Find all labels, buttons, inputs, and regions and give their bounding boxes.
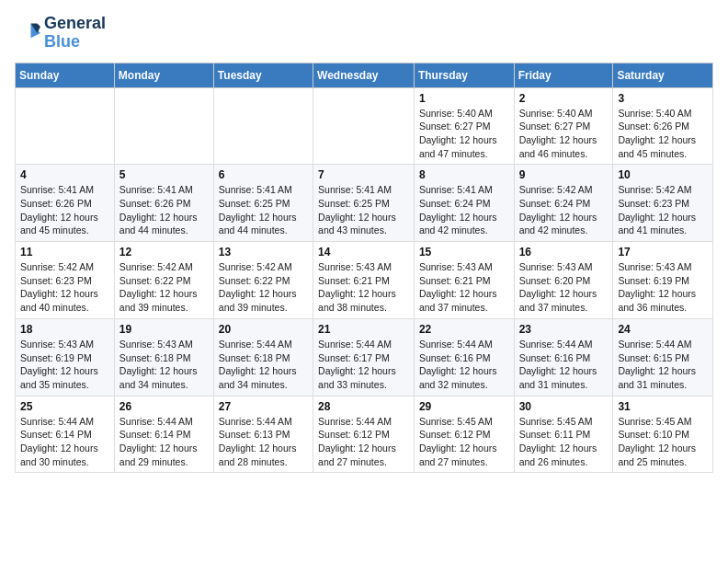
cell-info: Sunrise: 5:41 AM Sunset: 6:26 PM Dayligh… [119,183,209,237]
cell-info: Sunrise: 5:44 AM Sunset: 6:16 PM Dayligh… [419,338,509,392]
cell-info: Sunrise: 5:40 AM Sunset: 6:27 PM Dayligh… [419,107,509,161]
page-header: General Blue [15,15,713,52]
day-number: 21 [318,323,409,336]
day-number: 8 [419,168,509,181]
logo-icon [15,20,40,46]
calendar-cell: 4Sunrise: 5:41 AM Sunset: 6:26 PM Daylig… [16,165,115,242]
logo: General Blue [15,15,106,52]
calendar-cell: 20Sunrise: 5:44 AM Sunset: 6:18 PM Dayli… [213,318,313,396]
cell-info: Sunrise: 5:41 AM Sunset: 6:25 PM Dayligh… [318,183,409,237]
calendar-cell: 30Sunrise: 5:45 AM Sunset: 6:11 PM Dayli… [514,396,613,473]
cell-info: Sunrise: 5:41 AM Sunset: 6:25 PM Dayligh… [219,183,308,237]
calendar-cell: 5Sunrise: 5:41 AM Sunset: 6:26 PM Daylig… [114,165,213,242]
day-number: 14 [318,246,409,259]
day-number: 20 [219,323,308,336]
cell-info: Sunrise: 5:44 AM Sunset: 6:16 PM Dayligh… [519,338,609,392]
calendar-cell: 13Sunrise: 5:42 AM Sunset: 6:22 PM Dayli… [213,242,313,319]
calendar-cell: 14Sunrise: 5:43 AM Sunset: 6:21 PM Dayli… [313,242,415,319]
cell-info: Sunrise: 5:44 AM Sunset: 6:13 PM Dayligh… [219,415,308,469]
calendar-cell: 7Sunrise: 5:41 AM Sunset: 6:25 PM Daylig… [313,165,415,242]
calendar-cell: 24Sunrise: 5:44 AM Sunset: 6:15 PM Dayli… [613,318,713,396]
weekday-header: Tuesday [213,63,313,87]
calendar-cell: 28Sunrise: 5:44 AM Sunset: 6:12 PM Dayli… [313,396,415,473]
cell-info: Sunrise: 5:41 AM Sunset: 6:24 PM Dayligh… [419,183,509,237]
calendar-cell: 9Sunrise: 5:42 AM Sunset: 6:24 PM Daylig… [514,165,613,242]
weekday-header: Thursday [414,63,514,87]
cell-info: Sunrise: 5:42 AM Sunset: 6:22 PM Dayligh… [119,260,209,315]
weekday-header: Wednesday [313,63,415,87]
day-number: 22 [419,323,509,336]
day-number: 28 [318,400,409,413]
calendar-cell: 26Sunrise: 5:44 AM Sunset: 6:14 PM Dayli… [114,396,213,473]
day-number: 27 [219,400,308,413]
calendar-cell: 8Sunrise: 5:41 AM Sunset: 6:24 PM Daylig… [414,165,514,242]
calendar-table: SundayMondayTuesdayWednesdayThursdayFrid… [15,63,713,474]
day-number: 11 [20,246,109,259]
calendar-cell: 22Sunrise: 5:44 AM Sunset: 6:16 PM Dayli… [414,318,514,396]
calendar-cell: 11Sunrise: 5:42 AM Sunset: 6:23 PM Dayli… [16,242,115,319]
logo-text: General Blue [44,15,106,52]
cell-info: Sunrise: 5:43 AM Sunset: 6:21 PM Dayligh… [318,260,409,315]
cell-info: Sunrise: 5:43 AM Sunset: 6:19 PM Dayligh… [20,338,109,392]
day-number: 9 [519,168,609,181]
cell-info: Sunrise: 5:44 AM Sunset: 6:17 PM Dayligh… [318,338,409,392]
calendar-cell [16,87,115,165]
day-number: 24 [618,323,708,336]
cell-info: Sunrise: 5:43 AM Sunset: 6:18 PM Dayligh… [119,338,209,392]
day-number: 15 [419,246,509,259]
day-number: 17 [618,246,708,259]
calendar-cell: 21Sunrise: 5:44 AM Sunset: 6:17 PM Dayli… [313,318,415,396]
day-number: 31 [618,400,708,413]
cell-info: Sunrise: 5:40 AM Sunset: 6:26 PM Dayligh… [618,107,708,161]
cell-info: Sunrise: 5:42 AM Sunset: 6:23 PM Dayligh… [618,183,708,237]
weekday-header: Friday [514,63,613,87]
day-number: 13 [219,246,308,259]
calendar-cell [213,87,313,165]
calendar-cell: 29Sunrise: 5:45 AM Sunset: 6:12 PM Dayli… [414,396,514,473]
cell-info: Sunrise: 5:42 AM Sunset: 6:22 PM Dayligh… [219,260,308,315]
calendar-cell [114,87,213,165]
cell-info: Sunrise: 5:45 AM Sunset: 6:11 PM Dayligh… [519,415,609,469]
day-number: 23 [519,323,609,336]
calendar-cell: 17Sunrise: 5:43 AM Sunset: 6:19 PM Dayli… [613,242,713,319]
calendar-cell: 25Sunrise: 5:44 AM Sunset: 6:14 PM Dayli… [16,396,115,473]
day-number: 6 [219,168,308,181]
cell-info: Sunrise: 5:43 AM Sunset: 6:19 PM Dayligh… [618,260,708,315]
cell-info: Sunrise: 5:42 AM Sunset: 6:23 PM Dayligh… [20,260,109,315]
day-number: 25 [20,400,109,413]
calendar-cell: 12Sunrise: 5:42 AM Sunset: 6:22 PM Dayli… [114,242,213,319]
calendar-cell: 2Sunrise: 5:40 AM Sunset: 6:27 PM Daylig… [514,87,613,165]
day-number: 16 [519,246,609,259]
weekday-header: Saturday [613,63,713,87]
calendar-cell [313,87,415,165]
cell-info: Sunrise: 5:45 AM Sunset: 6:10 PM Dayligh… [618,415,708,469]
calendar-cell: 6Sunrise: 5:41 AM Sunset: 6:25 PM Daylig… [213,165,313,242]
day-number: 7 [318,168,409,181]
calendar-cell: 3Sunrise: 5:40 AM Sunset: 6:26 PM Daylig… [613,87,713,165]
day-number: 3 [618,92,708,105]
calendar-cell: 31Sunrise: 5:45 AM Sunset: 6:10 PM Dayli… [613,396,713,473]
calendar-cell: 15Sunrise: 5:43 AM Sunset: 6:21 PM Dayli… [414,242,514,319]
calendar-cell: 16Sunrise: 5:43 AM Sunset: 6:20 PM Dayli… [514,242,613,319]
day-number: 2 [519,92,609,105]
day-number: 29 [419,400,509,413]
day-number: 4 [20,168,109,181]
cell-info: Sunrise: 5:44 AM Sunset: 6:15 PM Dayligh… [618,338,708,392]
cell-info: Sunrise: 5:44 AM Sunset: 6:12 PM Dayligh… [318,415,409,469]
day-number: 12 [119,246,209,259]
cell-info: Sunrise: 5:41 AM Sunset: 6:26 PM Dayligh… [20,183,109,237]
cell-info: Sunrise: 5:45 AM Sunset: 6:12 PM Dayligh… [419,415,509,469]
calendar-cell: 19Sunrise: 5:43 AM Sunset: 6:18 PM Dayli… [114,318,213,396]
cell-info: Sunrise: 5:44 AM Sunset: 6:14 PM Dayligh… [20,415,109,469]
weekday-header: Sunday [16,63,115,87]
calendar-cell: 18Sunrise: 5:43 AM Sunset: 6:19 PM Dayli… [16,318,115,396]
cell-info: Sunrise: 5:42 AM Sunset: 6:24 PM Dayligh… [519,183,609,237]
day-number: 18 [20,323,109,336]
cell-info: Sunrise: 5:40 AM Sunset: 6:27 PM Dayligh… [519,107,609,161]
calendar-cell: 10Sunrise: 5:42 AM Sunset: 6:23 PM Dayli… [613,165,713,242]
day-number: 26 [119,400,209,413]
cell-info: Sunrise: 5:43 AM Sunset: 6:21 PM Dayligh… [419,260,509,315]
calendar-cell: 27Sunrise: 5:44 AM Sunset: 6:13 PM Dayli… [213,396,313,473]
day-number: 5 [119,168,209,181]
cell-info: Sunrise: 5:44 AM Sunset: 6:14 PM Dayligh… [119,415,209,469]
